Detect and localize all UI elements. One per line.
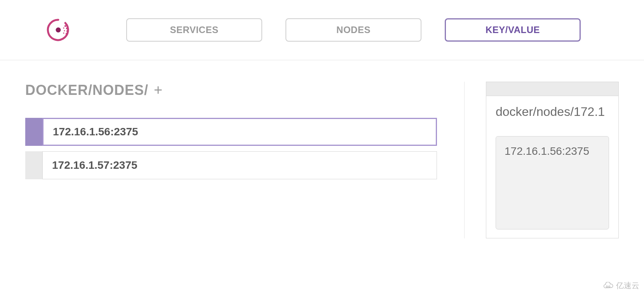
key-item[interactable]: 172.16.1.56:2375 xyxy=(25,118,437,146)
key-status-bar xyxy=(25,151,42,179)
content-area: DOCKER/NODES/ + 172.16.1.56:2375 172.16.… xyxy=(0,82,644,238)
detail-value-wrap: 172.16.1.56:2375 xyxy=(486,128,618,238)
add-key-button[interactable]: + xyxy=(154,82,163,98)
tab-nodes[interactable]: NODES xyxy=(285,18,421,42)
svg-point-2 xyxy=(66,28,68,29)
svg-point-0 xyxy=(56,28,61,33)
key-item-label: 172.16.1.56:2375 xyxy=(42,118,437,146)
vertical-divider xyxy=(464,82,465,238)
detail-box: docker/nodes/172.1 172.16.1.56:2375 xyxy=(486,82,619,238)
key-item-label: 172.16.1.57:2375 xyxy=(42,151,437,179)
svg-point-4 xyxy=(66,33,67,35)
breadcrumb-path[interactable]: DOCKER/NODES/ xyxy=(25,82,148,98)
tab-key-value[interactable]: KEY/VALUE xyxy=(445,18,581,42)
tab-services[interactable]: SERVICES xyxy=(126,18,262,42)
key-list-panel: DOCKER/NODES/ + 172.16.1.56:2375 172.16.… xyxy=(25,82,437,238)
consul-logo-icon xyxy=(45,16,72,44)
detail-header-bar xyxy=(486,82,618,96)
detail-panel: docker/nodes/172.1 172.16.1.56:2375 xyxy=(486,82,619,238)
detail-key-path: docker/nodes/172.1 xyxy=(486,96,618,128)
svg-point-3 xyxy=(66,30,68,32)
breadcrumb: DOCKER/NODES/ + xyxy=(25,82,437,98)
svg-point-6 xyxy=(64,30,65,31)
svg-point-7 xyxy=(63,32,64,33)
main-tabs: SERVICES NODES KEY/VALUE xyxy=(126,18,619,42)
key-status-bar xyxy=(25,118,42,146)
header: SERVICES NODES KEY/VALUE xyxy=(0,0,644,60)
key-item[interactable]: 172.16.1.57:2375 xyxy=(25,151,437,179)
detail-value-textarea[interactable]: 172.16.1.56:2375 xyxy=(496,136,609,229)
key-list: 172.16.1.56:2375 172.16.1.57:2375 xyxy=(25,118,437,179)
svg-point-5 xyxy=(63,27,64,28)
svg-point-1 xyxy=(64,25,66,27)
